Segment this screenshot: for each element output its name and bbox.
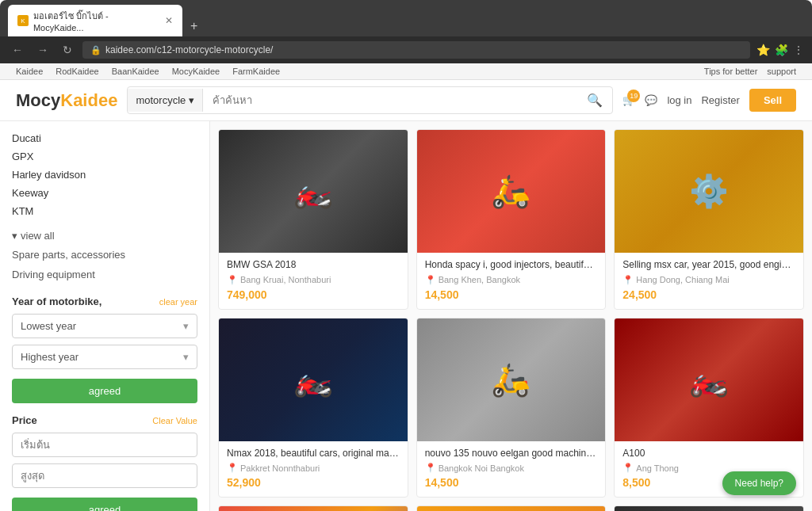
topbar-rodkaidee[interactable]: RodKaidee [56, 67, 98, 76]
browser-toolbar-right: ⭐ 🧩 ⋮ [756, 44, 804, 56]
product-info: Nmax 2018, beautiful cars, original mac.… [219, 441, 408, 498]
page-content: Ducati GPX Harley davidson Keeway KTM ▾ … [0, 121, 812, 511]
brand-harley[interactable]: Harley davidson [12, 166, 197, 184]
product-title: Selling msx car, year 2015, good engine,… [622, 259, 795, 272]
active-tab[interactable]: K มอเตอร์ไซ บิ๊กไบต์ - MocyKaide... ✕ [8, 5, 182, 36]
lock-icon: 🔒 [90, 45, 102, 55]
search-area: motorcycle ▾ 🔍 [127, 86, 613, 114]
brand-gpx[interactable]: GPX [12, 147, 197, 166]
location-icon: 📍 [425, 275, 436, 285]
price-start-input[interactable] [12, 433, 197, 457]
clear-year-link[interactable]: clear year [159, 297, 197, 307]
search-category-dropdown[interactable]: motorcycle ▾ [128, 89, 203, 112]
chevron-down-icon: ▾ [189, 94, 194, 106]
chevron-down-icon: ▾ [183, 320, 189, 332]
sell-btn[interactable]: Sell [749, 89, 796, 112]
location-icon: 📍 [622, 463, 634, 473]
product-card[interactable]: ก่อนซื้อ รถมือสอง ต้องรู้! เกียรพัง ค่าซ… [416, 505, 607, 511]
product-title: Honda spacy i, good injectors, beautiful… [425, 259, 598, 272]
product-title: A100 [622, 448, 795, 460]
browser-address-bar: ← → ↻ 🔒 kaidee.com/c12-motorcycle-motorc… [0, 36, 812, 63]
topbar-mocykaidee[interactable]: MocyKaidee [172, 67, 220, 76]
product-info: Selling msx car, year 2015, good engine,… [615, 253, 803, 309]
logo-mocy: Mocy [16, 90, 60, 110]
lowest-year-label: Lowest year [21, 320, 76, 332]
brand-ducati[interactable]: Ducati [12, 129, 197, 147]
bookmark-icon[interactable]: ⭐ [756, 44, 770, 56]
product-card[interactable]: 🛵 Honda spacy i, good injectors, beautif… [416, 129, 607, 310]
site-header: MocyKaidee motorcycle ▾ 🔍 🛒 19 💬 log in … [0, 80, 812, 121]
nav-back-btn[interactable]: ← [8, 42, 27, 58]
price-filter-header: Price Clear Value [12, 414, 197, 426]
year-filter-header: Year of motorbike, clear year [12, 296, 197, 307]
location-icon: 📍 [227, 275, 238, 285]
driving-equipment-link[interactable]: Driving equipment [12, 265, 197, 284]
topbar-kaidee[interactable]: Kaidee [16, 67, 43, 76]
spare-parts-link[interactable]: Spare parts, accessories [12, 245, 197, 265]
topbar-baankaidee[interactable]: BaanKaidee [112, 67, 159, 76]
product-price: 24,500 [622, 288, 795, 301]
topbar-farmkaidee[interactable]: FarmKaidee [232, 67, 280, 76]
product-card[interactable]: ⚙️ Selling msx car, year 2015, good engi… [614, 129, 804, 310]
product-location: 📍 Bang Khen, Bangkok [425, 275, 598, 285]
sidebar: Ducati GPX Harley davidson Keeway KTM ▾ … [0, 121, 210, 511]
site-topbar: Kaidee RodKaidee BaanKaidee MocyKaidee F… [0, 63, 812, 80]
clear-value-link[interactable]: Clear Value [152, 416, 197, 425]
location-icon: 📍 [622, 275, 634, 285]
new-tab-btn[interactable]: + [184, 16, 204, 36]
search-category-label: motorcycle [136, 94, 186, 106]
highest-year-label: Highest year [21, 351, 79, 363]
logo-kaidee: Kaidee [60, 90, 117, 110]
lowest-year-dropdown[interactable]: Lowest year ▾ [12, 314, 197, 338]
price-filter-section: Price Clear Value agreed [12, 414, 197, 511]
login-btn[interactable]: log in [667, 94, 691, 106]
tab-close-btn[interactable]: ✕ [165, 15, 173, 26]
topbar-right: Tips for better support [704, 67, 796, 76]
product-price: 749,000 [227, 288, 400, 301]
menu-icon[interactable]: ⋮ [793, 44, 804, 56]
product-location: 📍 Hang Dong, Chiang Mai [622, 275, 795, 285]
product-card[interactable]: 🏍️ BMW GSA 2018 📍 Bang Kruai, Nonthaburi… [218, 129, 408, 310]
view-all[interactable]: ▾ view all [12, 227, 197, 245]
product-info: nouvo 135 nouvo eelgan good machine, ...… [417, 441, 606, 498]
product-location: 📍 Bangkok Noi Bangkok [425, 463, 598, 473]
support-text[interactable]: support [767, 67, 796, 76]
view-all-label: view all [21, 230, 55, 242]
search-input[interactable] [203, 89, 577, 112]
product-info: Honda spacy i, good injectors, beautiful… [417, 253, 606, 309]
brand-list: Ducati GPX Harley davidson Keeway KTM [12, 129, 197, 220]
chevron-down-icon: ▾ [12, 230, 17, 242]
extension-icon[interactable]: 🧩 [775, 44, 788, 56]
header-actions: 🛒 19 💬 log in Register Sell [622, 89, 796, 112]
product-card[interactable]: 🏍️ [614, 505, 804, 511]
nav-forward-btn[interactable]: → [33, 42, 52, 58]
search-button[interactable]: 🔍 [577, 87, 612, 113]
products-grid: 🏍️ BMW GSA 2018 📍 Bang Kruai, Nonthaburi… [218, 129, 804, 511]
product-card[interactable]: 🛵 nouvo 135 nouvo eelgan good machine, .… [416, 318, 607, 498]
product-card[interactable]: 🏍️ [218, 505, 408, 511]
price-filter-title: Price [12, 414, 37, 426]
cart-badge: 19 [627, 90, 640, 102]
address-bar[interactable]: 🔒 kaidee.com/c12-motorcycle-motorcycle/ [82, 41, 750, 59]
year-agreed-btn[interactable]: agreed [12, 379, 197, 403]
location-icon: 📍 [425, 463, 436, 473]
need-help-btn[interactable]: Need help? [722, 471, 796, 495]
cart-icon[interactable]: 🛒 19 [622, 94, 635, 106]
highest-year-dropdown[interactable]: Highest year ▾ [12, 345, 197, 369]
products-area: 🏍️ BMW GSA 2018 📍 Bang Kruai, Nonthaburi… [210, 121, 812, 511]
product-location: 📍 Bang Kruai, Nonthaburi [227, 275, 400, 285]
brand-keeway[interactable]: Keeway [12, 184, 197, 202]
product-card[interactable]: 🏍️ Nmax 2018, beautiful cars, original m… [218, 318, 408, 498]
chat-icon[interactable]: 💬 [645, 94, 657, 106]
topbar-nav: Kaidee RodKaidee BaanKaidee MocyKaidee F… [16, 67, 280, 76]
tab-title: มอเตอร์ไซ บิ๊กไบต์ - MocyKaide... [33, 9, 160, 32]
brand-ktm[interactable]: KTM [12, 202, 197, 220]
price-agreed-btn[interactable]: agreed [12, 498, 197, 511]
nav-refresh-btn[interactable]: ↻ [59, 42, 76, 58]
price-end-input[interactable] [12, 463, 197, 488]
register-btn[interactable]: Register [701, 94, 739, 106]
product-title: BMW GSA 2018 [227, 259, 400, 272]
browser-tabs: K มอเตอร์ไซ บิ๊กไบต์ - MocyKaide... ✕ + [8, 5, 804, 36]
logo[interactable]: MocyKaidee [16, 90, 117, 111]
product-price: 14,500 [425, 288, 598, 301]
